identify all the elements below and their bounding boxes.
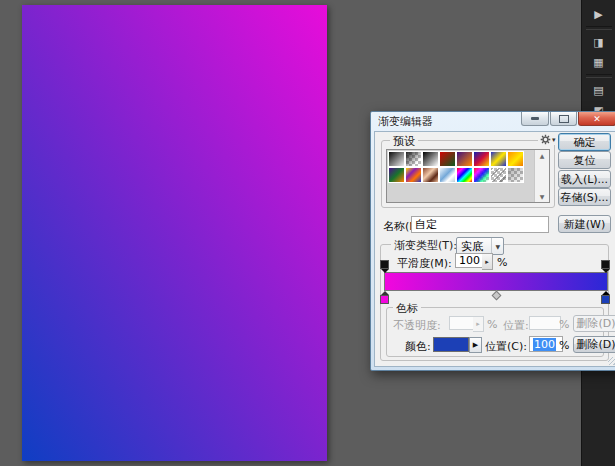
gradient-type-label: 渐变类型(T): — [391, 238, 460, 253]
opacity-input — [449, 316, 475, 330]
delete-opacity-button: 删除(D) — [573, 315, 615, 332]
gradient-preset-thumbnail — [389, 152, 404, 166]
gradient-preset-thumbnail — [508, 152, 523, 166]
stops-group: 色标 不透明度: ▸ % 位置: % 删除(D) 颜色: ▶ 位置(C): 10… — [386, 307, 604, 357]
stops-label: 色标 — [393, 301, 421, 316]
dialog-title: 渐变编辑器 — [374, 114, 433, 129]
gradient-preset-transparent-stripes[interactable] — [490, 167, 507, 183]
location-c-percent: % — [559, 339, 569, 352]
gradient-preset-thumbnail — [508, 168, 523, 182]
ok-button[interactable]: 确定 — [558, 133, 611, 151]
opacity-stop-left[interactable] — [380, 260, 389, 273]
opacity-spinner: ▸ — [473, 316, 484, 332]
close-icon: ✕ — [593, 114, 601, 124]
dialog-titlebar[interactable]: 渐变编辑器 ✕ — [374, 112, 615, 131]
opacity-stop-icon — [601, 260, 610, 269]
window-controls: ✕ — [520, 112, 615, 126]
spinner-arrow-icon: ▸ — [485, 258, 489, 266]
gradient-preset-foreground-to-background[interactable] — [388, 151, 405, 167]
smoothness-value: 100 — [459, 254, 480, 267]
spinner-arrow-icon: ▸ — [476, 320, 480, 328]
opacity-percent: % — [487, 318, 497, 331]
actions-panel-icon[interactable]: ▶ — [586, 4, 612, 24]
maximize-icon — [559, 115, 569, 123]
color-flyout-button[interactable]: ▶ — [469, 337, 482, 353]
gradient-preset-blue-red-yellow[interactable] — [473, 151, 490, 167]
presets-label: 预设 — [390, 134, 418, 149]
gradient-preset-violet-orange[interactable] — [456, 151, 473, 167]
color-label: 颜色: — [405, 339, 431, 354]
delete-color-button[interactable]: 删除(D) — [573, 336, 615, 353]
gradient-preset-thumbnail — [457, 168, 472, 182]
dialog-body: 预设 ▾ ▲ ▼ 确定 复位 载入(L)... 存储(S)... 新建(W) 名… — [374, 131, 615, 367]
minimize-icon — [531, 117, 539, 120]
gradient-preset-thumbnail — [440, 152, 455, 166]
location-label: 位置: — [503, 318, 529, 333]
name-input[interactable]: 自定 — [411, 216, 549, 233]
presets-group: 预设 ▾ ▲ ▼ — [381, 140, 555, 208]
minimize-button[interactable] — [521, 112, 549, 126]
gear-icon — [540, 134, 551, 145]
gradient-preset-transparent-rainbow[interactable] — [473, 167, 490, 183]
gradient-preset-thumbnail — [440, 168, 455, 182]
opacity-stop-right[interactable] — [601, 260, 610, 273]
gradient-preset-thumbnail — [474, 168, 489, 182]
color-swatch[interactable] — [433, 337, 469, 352]
gradient-preset-chrome[interactable] — [439, 167, 456, 183]
dock-separator — [586, 26, 612, 30]
gradient-preset-thumbnail — [491, 152, 506, 166]
menu-caret-icon: ▾ — [552, 136, 556, 144]
gradient-preset-thumbnail — [389, 168, 404, 182]
maximize-button[interactable] — [550, 112, 577, 126]
color-stop-swatch — [380, 295, 389, 304]
gradient-preset-thumbnail — [423, 152, 438, 166]
smoothness-input[interactable]: 100 — [455, 253, 483, 268]
new-button[interactable]: 新建(W) — [558, 215, 611, 233]
close-button[interactable]: ✕ — [578, 112, 615, 126]
gradient-preset-blue-yellow-blue[interactable] — [490, 151, 507, 167]
gradient-preset-foreground-to-transparent[interactable] — [405, 151, 422, 167]
color-stop-right[interactable] — [601, 291, 610, 304]
gradient-preset-yellow-violet-orange-blue[interactable] — [405, 167, 422, 183]
gradient-preset-thumbnail — [406, 168, 421, 182]
color-stop-left[interactable] — [380, 291, 389, 304]
gradient-preset-thumbnail — [491, 168, 506, 182]
resize-grip[interactable] — [608, 357, 615, 365]
gradient-preset-neutral-density[interactable] — [507, 167, 524, 183]
smoothness-label: 平滑度(M): — [397, 256, 452, 271]
color-stop-swatch — [601, 295, 610, 304]
clone-source-panel-icon[interactable]: ◨ — [586, 32, 612, 52]
scroll-up-icon[interactable]: ▲ — [540, 150, 545, 161]
gradient-preset-copper[interactable] — [422, 167, 439, 183]
gradient-preset-red-green[interactable] — [439, 151, 456, 167]
location-c-input[interactable]: 100 — [529, 336, 563, 352]
presets-grid — [387, 150, 534, 202]
gradient-preset-black-white[interactable] — [422, 151, 439, 167]
location-c-label: 位置(C): — [485, 339, 527, 354]
flyout-arrow-icon: ▶ — [473, 341, 478, 349]
presets-scrollbar[interactable]: ▲ ▼ — [534, 150, 549, 202]
smoothness-percent: % — [497, 256, 507, 269]
gradient-preset-thumbnail — [406, 152, 421, 166]
presets-listbox: ▲ ▼ — [386, 149, 550, 203]
gradient-editor-dialog: 渐变编辑器 ✕ 预设 ▾ ▲ ▼ 确定 复位 载入(L)... — [370, 111, 615, 371]
gradient-preset-violet-green-orange[interactable] — [388, 167, 405, 183]
document-canvas[interactable] — [22, 5, 327, 461]
gradient-bar[interactable] — [385, 273, 607, 290]
gradient-preset-orange-yellow-orange[interactable] — [507, 151, 524, 167]
opacity-stop-icon — [380, 260, 389, 269]
save-button[interactable]: 存储(S)... — [558, 188, 611, 206]
load-button[interactable]: 载入(L)... — [558, 170, 611, 188]
stop-pointer-icon — [381, 269, 389, 273]
name-value: 自定 — [415, 217, 437, 232]
presets-menu-button[interactable]: ▾ — [538, 134, 558, 145]
smoothness-spinner[interactable]: ▸ — [482, 253, 493, 270]
brush-presets-panel-icon[interactable]: ▤ — [586, 80, 612, 100]
gradient-preset-spectrum[interactable] — [456, 167, 473, 183]
stop-pointer-icon — [602, 269, 610, 273]
reset-button[interactable]: 复位 — [558, 151, 611, 169]
layer-comps-panel-icon[interactable]: ▦ — [586, 52, 612, 72]
scroll-down-icon[interactable]: ▼ — [540, 191, 545, 202]
gradient-preset-thumbnail — [474, 152, 489, 166]
gradient-preset-thumbnail — [423, 168, 438, 182]
